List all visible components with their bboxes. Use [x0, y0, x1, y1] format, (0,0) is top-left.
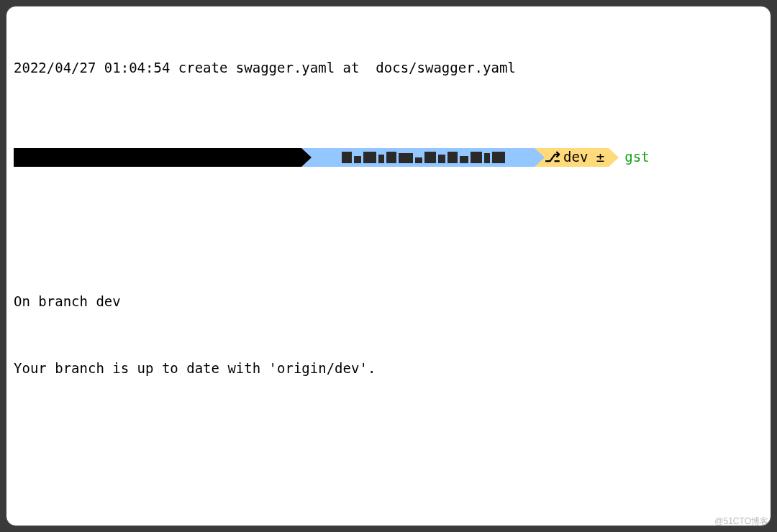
prompt-separator-arrow — [301, 148, 312, 167]
censor-blocks — [342, 152, 505, 163]
status-up-to-date: Your branch is up to date with 'origin/d… — [14, 357, 763, 380]
git-status-not-staged: Changes not staged for commit: (use "git… — [14, 512, 763, 526]
prompt-separator-arrow — [535, 148, 545, 167]
prompt-separator-arrow — [609, 148, 619, 167]
git-status-output: On branch dev Your branch is up to date … — [14, 246, 763, 424]
shell-prompt: ⎇dev ±gst — [14, 147, 763, 168]
terminal-window[interactable]: 2022/04/27 01:04:54 create swagger.yaml … — [6, 6, 771, 526]
typed-command[interactable]: gst — [619, 146, 649, 168]
git-branch-icon: ⎇ — [545, 146, 560, 168]
prompt-segment-path-censored — [312, 148, 535, 167]
prompt-segment-redacted — [14, 148, 301, 167]
branch-name-text: dev ± — [563, 146, 604, 168]
status-on-branch: On branch dev — [14, 290, 763, 313]
log-output-line: 2022/04/27 01:04:54 create swagger.yaml … — [14, 57, 763, 79]
watermark-text: @51CTO博客 — [714, 515, 768, 528]
prompt-segment-branch: ⎇dev ± — [545, 148, 609, 167]
